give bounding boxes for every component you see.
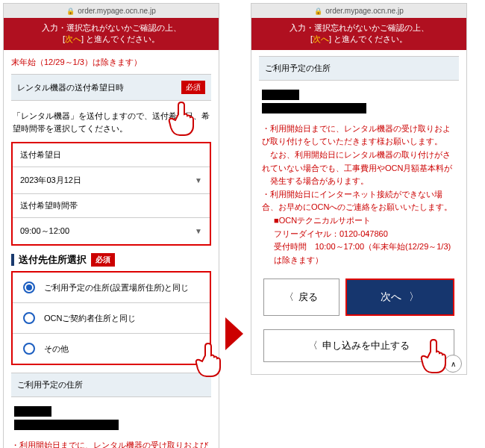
info-text: ・利用開始日までに、レンタル機器の受け取りおよび取り付けをしていただきます様お願…	[259, 118, 459, 272]
alert-banner: 入力・選択忘れがないかご確認の上、 [次へ] と進んでください。	[251, 18, 466, 50]
address-section-title: 送付先住所選択 必須	[11, 253, 211, 267]
arrow-right-icon	[224, 316, 246, 352]
title-bar-icon	[11, 254, 14, 266]
radio-icon	[23, 281, 35, 293]
alert-banner: 入力・選択忘れがないかご確認の上、 [次へ] と進んでください。	[4, 18, 219, 50]
chevron-down-icon: ▼	[195, 227, 202, 235]
address-redacted	[259, 81, 459, 118]
planned-address-header: ご利用予定の住所	[11, 373, 211, 397]
planned-address-header: ご利用予定の住所	[259, 56, 459, 81]
chevron-down-icon: ▼	[195, 176, 202, 184]
lock-icon: 🔒	[66, 7, 75, 15]
radio-icon	[23, 343, 35, 355]
required-badge: 必須	[181, 81, 205, 94]
url-text: order.mypage.ocn.ne.jp	[78, 7, 156, 15]
address-redacted	[11, 397, 211, 435]
required-badge: 必須	[91, 253, 115, 267]
shipping-section-header: レンタル機器の送付希望日時 必須	[11, 74, 211, 101]
hand-pointer-icon	[192, 342, 225, 379]
radio-other[interactable]: その他	[13, 334, 210, 364]
address-radio-group: ご利用予定の住所(設置場所住所)と同じ OCNご契約者住所と同じ その他	[11, 271, 211, 365]
url-text: order.mypage.ocn.ne.jp	[325, 7, 404, 15]
hand-pointer-icon	[417, 338, 450, 376]
phone-left: 🔒 order.mypage.ocn.ne.jp 入力・選択忘れがないかご確認の…	[3, 3, 219, 448]
radio-icon	[23, 312, 35, 324]
lock-icon: 🔒	[314, 7, 322, 15]
phone-right: 🔒 order.mypage.ocn.ne.jp 入力・選択忘れがないかご確認の…	[251, 3, 467, 375]
date-select[interactable]: 2023年03月12日 ▼	[13, 167, 210, 194]
radio-same-install[interactable]: ご利用予定の住所(設置場所住所)と同じ	[13, 273, 210, 303]
next-button[interactable]: 次へ 〉	[345, 279, 454, 316]
chevron-left-icon: 〈	[308, 339, 318, 352]
date-time-highlight: 送付希望日 2023年03月12日 ▼ 送付希望時間帯 09:00～12:00 …	[11, 142, 211, 246]
bottom-note: ・利用開始日までに、レンタル機器の受け取りおよび取り付けをしていただきます様お願…	[11, 439, 211, 448]
chevron-left-icon: 〈	[284, 290, 294, 304]
top-note: 末年始（12/29～1/3）は除きます）	[11, 56, 211, 69]
radio-ocn-contract[interactable]: OCNご契約者住所と同じ	[13, 303, 210, 334]
url-bar: 🔒 order.mypage.ocn.ne.jp	[4, 4, 219, 18]
url-bar: 🔒 order.mypage.ocn.ne.jp	[251, 4, 466, 18]
chevron-right-icon: 〉	[409, 290, 419, 304]
date-label: 送付希望日	[13, 143, 210, 167]
back-button[interactable]: 〈 戻る	[263, 279, 340, 316]
hand-pointer-icon	[165, 101, 198, 138]
chevron-up-icon: ∧	[451, 360, 456, 368]
time-select[interactable]: 09:00～12:00 ▼	[13, 218, 210, 244]
time-label: 送付希望時間帯	[13, 194, 210, 218]
